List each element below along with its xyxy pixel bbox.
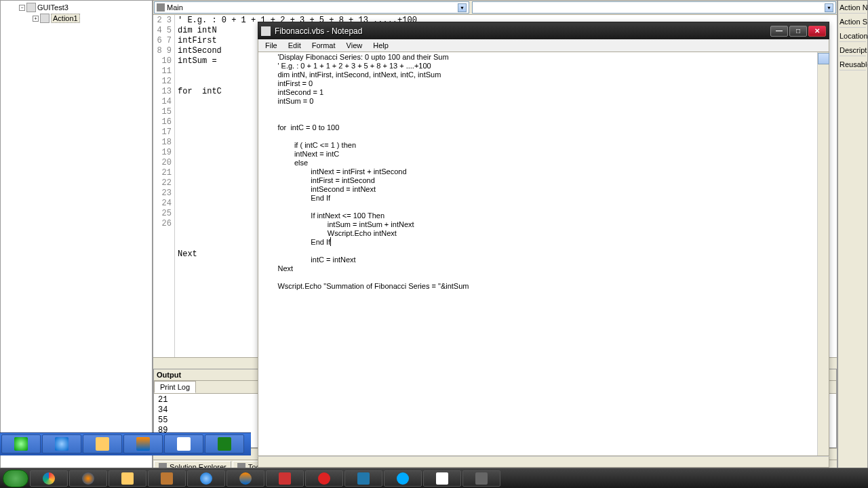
ql-start-button[interactable] — [1, 434, 41, 453]
prop-row: Descriptio — [840, 46, 866, 56]
notepad-window: Fibonacci.vbs - Notepad — □ ✕ File Edit … — [258, 22, 829, 468]
chevron-down-icon[interactable]: ▼ — [458, 3, 467, 12]
maximize-button[interactable]: □ — [789, 26, 807, 37]
firefox-icon — [82, 472, 94, 485]
tree-label: GUITest3 — [37, 3, 68, 12]
notepad-client-area: 'Display Fibonacci Series: 0 upto 100 an… — [258, 52, 829, 456]
taskbar-chrome-button[interactable] — [30, 470, 68, 487]
project-icon — [26, 3, 36, 12]
taskbar-app-button[interactable] — [462, 470, 500, 487]
member-selector-combo[interactable]: ▼ — [472, 1, 836, 14]
ql-excel-button[interactable] — [205, 434, 244, 453]
opera-icon — [318, 472, 330, 485]
media-icon — [239, 472, 252, 485]
taskbar-opera-button[interactable] — [305, 470, 343, 487]
ie-icon — [200, 472, 212, 485]
folder-icon — [96, 437, 109, 451]
skype-icon — [397, 472, 409, 485]
notepad-text-area[interactable]: 'Display Fibonacci Series: 0 upto 100 an… — [258, 52, 817, 455]
ql-explorer-button[interactable] — [83, 434, 122, 453]
app-icon — [177, 437, 191, 451]
close-button[interactable]: ✕ — [808, 26, 826, 37]
prop-row: Action Nar — [840, 3, 866, 14]
ql-app-button[interactable] — [164, 434, 203, 453]
taskbar-skype-button[interactable] — [384, 470, 422, 487]
taskbar-explorer-button[interactable] — [108, 470, 146, 487]
prop-row: Location — [840, 32, 866, 42]
taskbar-app-button[interactable] — [148, 470, 186, 487]
chevron-down-icon[interactable]: ▼ — [825, 3, 833, 12]
horizontal-scrollbar[interactable] — [258, 456, 829, 468]
ie-icon — [55, 437, 68, 451]
action-icon — [40, 14, 50, 23]
ql-ie-button[interactable] — [42, 434, 81, 453]
menu-format[interactable]: Format — [307, 40, 341, 51]
window-title: Fibonacci.vbs - Notepad — [275, 26, 766, 36]
window-controls: — □ ✕ — [770, 26, 826, 37]
text-cursor — [330, 237, 331, 246]
menu-help[interactable]: Help — [368, 40, 394, 51]
app-icon — [161, 472, 173, 485]
scope-icon — [157, 3, 165, 12]
taskbar-firefox-button[interactable] — [69, 470, 107, 487]
properties-panel: Action Nar Action Set Location Descripti… — [837, 0, 868, 474]
scope-selector-combo[interactable]: Main ▼ — [154, 1, 469, 14]
notepad-icon — [261, 26, 271, 36]
quicklaunch-bar — [0, 432, 251, 455]
minimize-button[interactable]: — — [770, 26, 788, 37]
vbox-icon — [357, 472, 370, 485]
notepad-icon — [436, 472, 448, 485]
combo-text: Main — [167, 3, 183, 12]
solution-tree-panel: − GUITest3 + Action1 — [0, 0, 153, 474]
tab-print-log[interactable]: Print Log — [154, 381, 196, 393]
tree-label: Action1 — [51, 14, 80, 23]
tree-toggle-icon[interactable]: − — [19, 5, 25, 11]
notepad-menubar: File Edit Format View Help — [258, 39, 829, 52]
line-number-gutter: 2 3 4 5 6 7 8 9 10 11 12 13 14 15 16 17 … — [153, 15, 175, 357]
folder-icon — [121, 472, 134, 485]
tree-toggle-icon[interactable]: + — [33, 16, 39, 22]
excel-icon — [218, 437, 231, 451]
windows-taskbar — [0, 468, 868, 488]
prop-row: Action Set — [840, 18, 866, 28]
chrome-icon — [43, 472, 55, 485]
media-icon — [136, 437, 150, 451]
vertical-scrollbar[interactable] — [817, 52, 829, 455]
notepad-titlebar[interactable]: Fibonacci.vbs - Notepad — □ ✕ — [258, 22, 829, 39]
taskbar-ie-button[interactable] — [187, 470, 225, 487]
menu-edit[interactable]: Edit — [283, 40, 307, 51]
menu-file[interactable]: File — [260, 40, 283, 51]
app-icon — [475, 472, 488, 485]
taskbar-notepad-button[interactable] — [423, 470, 461, 487]
app-icon — [279, 472, 291, 485]
ql-wmp-button[interactable] — [123, 434, 163, 453]
prop-row: Reusable — [840, 60, 866, 70]
taskbar-app-button[interactable] — [266, 470, 304, 487]
start-icon — [14, 437, 28, 451]
taskbar-media-button[interactable] — [226, 470, 264, 487]
tree-item-project[interactable]: − GUITest3 — [19, 2, 151, 13]
tree-item-action[interactable]: + Action1 — [33, 13, 151, 24]
taskbar-vbox-button[interactable] — [344, 470, 382, 487]
menu-view[interactable]: View — [341, 40, 368, 51]
code-combo-bar: Main ▼ ▼ — [153, 1, 837, 15]
start-button[interactable] — [3, 470, 28, 487]
